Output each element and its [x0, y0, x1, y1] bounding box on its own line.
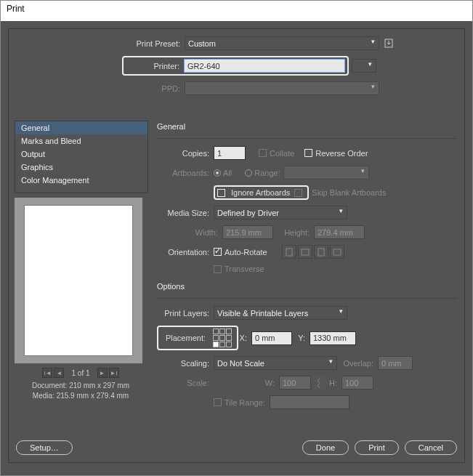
ignore-artboards-highlight: Ignore Artboards	[214, 185, 309, 200]
autorotate-checkbox[interactable]	[214, 248, 222, 256]
placement-grid-icon[interactable]	[213, 328, 232, 347]
preview-thumbnail	[15, 198, 142, 363]
print-layers-select[interactable]: Visible & Printable Layers	[214, 306, 347, 320]
ppd-select	[185, 81, 379, 95]
scale-w-input	[279, 376, 311, 390]
scaling-select[interactable]: Do Not Scale	[214, 356, 337, 370]
orientation-label: Orientation:	[157, 248, 214, 257]
sidebar-item-general[interactable]: General	[15, 121, 147, 134]
options-heading: Options	[157, 282, 457, 291]
artboards-all-radio	[214, 169, 221, 177]
pager-prev-icon[interactable]: ◄	[54, 368, 64, 378]
width-input	[222, 225, 273, 239]
category-list[interactable]: General Marks and Bleed Output Graphics …	[15, 121, 148, 193]
placement-y-input[interactable]	[310, 331, 356, 345]
svg-rect-3	[318, 249, 324, 256]
svg-rect-1	[286, 249, 292, 256]
tilerange-label: Tile Range:	[225, 398, 265, 407]
print-dialog: Print Print Preset: Custom	[0, 0, 473, 476]
preview-page	[24, 205, 133, 356]
artboards-range-radio	[245, 169, 252, 177]
printer-dropdown-arrow[interactable]	[352, 59, 376, 73]
svg-rect-4	[333, 249, 341, 255]
placement-x-label: X:	[238, 334, 251, 342]
pager-last-icon[interactable]: ►I	[109, 368, 119, 378]
tilerange-checkbox	[214, 398, 222, 406]
overlap-input	[378, 356, 413, 370]
orient-landscape-icon[interactable]	[298, 245, 312, 259]
height-input	[314, 225, 365, 239]
sidebar-item-graphics[interactable]: Graphics	[15, 161, 147, 174]
scale-h-label: H:	[327, 379, 341, 387]
print-preset-select[interactable]: Custom	[185, 36, 379, 50]
window-title: Print	[7, 4, 25, 14]
placement-x-input[interactable]	[251, 331, 292, 345]
scaling-label: Scaling:	[157, 359, 214, 368]
sidebar-item-more[interactable]	[15, 187, 147, 193]
transverse-label: Transverse	[225, 265, 264, 273]
media-size-select[interactable]: Defined by Driver	[214, 206, 347, 219]
pager-next-icon[interactable]: ►	[97, 368, 108, 378]
sidebar-item-output[interactable]: Output	[15, 148, 147, 161]
document-size-text: Document: 210 mm x 297 mm	[9, 381, 153, 391]
reverse-order-label: Reverse Order	[315, 149, 368, 158]
printer-label: Printer:	[126, 62, 184, 70]
placement-highlight: Placement:	[157, 326, 238, 350]
titlebar: Print	[1, 1, 472, 21]
ignore-artboards-label: Ignore Artboards	[228, 188, 293, 197]
ppd-label: PPD:	[126, 84, 185, 93]
media-size-text: Media: 215.9 mm x 279.4 mm	[9, 391, 153, 401]
setup-button[interactable]: Setup…	[16, 440, 73, 455]
save-preset-icon[interactable]	[384, 39, 395, 49]
copies-label: Copies:	[157, 149, 214, 158]
collate-label: Collate	[270, 149, 294, 158]
orient-portrait-rev-icon[interactable]	[314, 245, 328, 259]
orient-portrait-icon[interactable]	[282, 245, 296, 259]
tilerange-input	[270, 395, 349, 409]
mediasize-label: Media Size:	[157, 209, 214, 217]
pager: I◄ ◄ 1 of 1 ► ►I	[15, 368, 147, 378]
preset-label: Print Preset:	[126, 39, 185, 48]
reverse-order-checkbox[interactable]	[304, 149, 312, 157]
svg-rect-2	[302, 249, 309, 255]
width-label: Width:	[186, 228, 222, 237]
cancel-button[interactable]: Cancel	[405, 440, 457, 455]
placement-label: Placement:	[161, 334, 210, 342]
autorotate-label: Auto-Rotate	[225, 248, 267, 257]
skip-blank-label: Skip Blank Artboards	[312, 188, 386, 197]
artboards-range-label: Range:	[254, 169, 280, 177]
done-button[interactable]: Done	[302, 440, 349, 455]
scale-h-input	[341, 376, 373, 390]
copies-input[interactable]	[214, 146, 246, 160]
scale-label: Scale:	[157, 379, 214, 387]
link-icon	[312, 376, 327, 390]
transverse-checkbox	[214, 265, 222, 273]
print-button[interactable]: Print	[355, 440, 399, 455]
artboards-all-label: All	[223, 169, 232, 177]
ignore-artboards-checkbox[interactable]	[217, 189, 225, 197]
collate-checkbox	[259, 149, 267, 157]
placement-y-label: Y:	[292, 334, 310, 342]
printer-select[interactable]	[184, 59, 345, 73]
skip-blank-checkbox-inbox	[294, 189, 302, 197]
general-heading: General	[157, 122, 457, 131]
range-select	[283, 166, 369, 179]
overlap-label: Overlap:	[337, 359, 378, 368]
scale-w-label: W:	[264, 379, 279, 387]
artboards-label: Artboards:	[157, 169, 214, 177]
height-label: Height:	[273, 228, 314, 237]
pager-status: 1 of 1	[65, 369, 95, 377]
printer-highlight: Printer:	[122, 56, 349, 76]
printlayers-label: Print Layers:	[157, 309, 214, 318]
sidebar-item-color[interactable]: Color Management	[15, 174, 147, 187]
orient-landscape-rev-icon[interactable]	[330, 245, 344, 259]
sidebar-item-marks[interactable]: Marks and Bleed	[15, 134, 147, 148]
pager-first-icon[interactable]: I◄	[42, 368, 52, 378]
